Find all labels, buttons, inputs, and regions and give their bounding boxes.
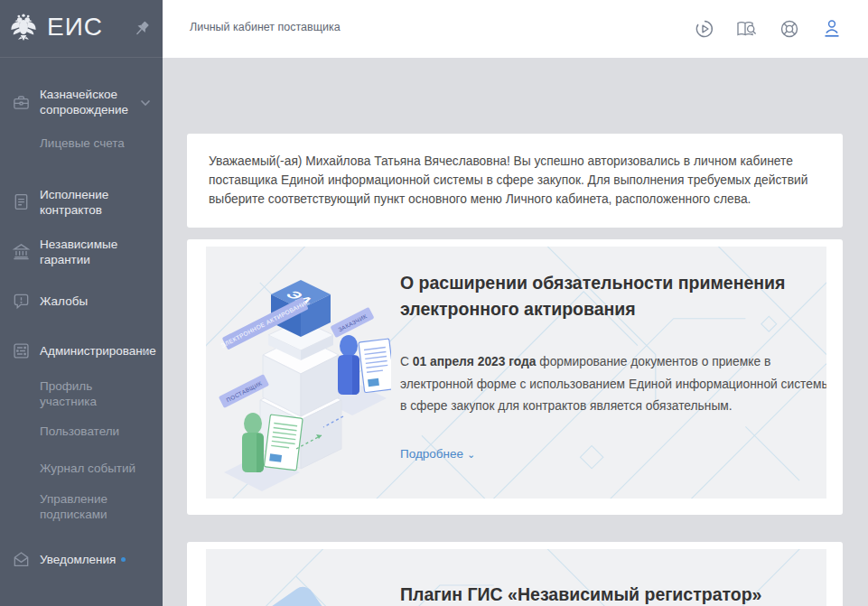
sidebar-item-label: Администрирование [40, 343, 141, 359]
chevron-down-icon[interactable] [140, 94, 151, 110]
topbar-icons [693, 16, 843, 42]
main-content: Уважаемый(-ая) Михайлова Татьяна Вячесла… [163, 58, 868, 606]
sidebar-item-subscription-management[interactable]: Управление подписками [0, 499, 163, 514]
electronic-acceptance-illustration: ЭА ЭЛЕКТРОННОЕ АКТИРОВАНИЕ [206, 247, 391, 499]
sidebar-item-label: Пользователи [40, 424, 119, 439]
sidebar-item-label: Управление подписками [40, 491, 141, 522]
topbar: Личный кабинет поставщика [163, 0, 868, 58]
news-card-electronic-acceptance: ЭА ЭЛЕКТРОННОЕ АКТИРОВАНИЕ [187, 239, 843, 515]
sidebar: ЕИС Казна [0, 0, 163, 606]
envelope-icon [12, 550, 32, 569]
caret-down-icon: ⌄ [467, 449, 475, 460]
search-book-icon[interactable] [735, 16, 758, 42]
sidebar-item-label: Журнал событий [40, 461, 135, 476]
welcome-text: Уважаемый(-ая) Михайлова Татьяна Вячесла… [209, 154, 807, 206]
news-title: О расширении обязательности применения э… [400, 270, 826, 322]
complaint-bubble-icon [12, 292, 32, 311]
sidebar-item-participant-profile[interactable]: Профиль участника [0, 386, 163, 401]
sidebar-item-label: Лицевые счета [40, 135, 125, 151]
bank-building-icon [12, 242, 32, 261]
logo-row: ЕИС [0, 0, 163, 58]
sidebar-item-label: Казначейское сопровождение [40, 87, 141, 117]
brand-logo-text: ЕИС [47, 13, 103, 42]
news-card-panel: Плагин ГИС «Независимый регистратор» [206, 549, 826, 606]
user-account-icon[interactable] [820, 16, 843, 42]
news-body: С 01 апреля 2023 года формирование докум… [400, 351, 826, 418]
sidebar-item-label: Независимые гарантии [40, 237, 141, 267]
video-guide-icon[interactable] [693, 16, 715, 42]
customer-figure: ЗАКАЗЧИК [330, 307, 391, 395]
news-card-independent-registrator: Плагин ГИС «Независимый регистратор» [187, 542, 843, 606]
welcome-card: Уважаемый(-ая) Михайлова Татьяна Вячесла… [187, 134, 843, 228]
sidebar-item-label: Исполнение контрактов [40, 187, 141, 218]
sidebar-item-complaints[interactable]: Жалобы [0, 294, 163, 309]
sidebar-item-personal-accounts[interactable]: Лицевые счета [0, 135, 163, 151]
sidebar-item-event-log[interactable]: Журнал событий [0, 461, 163, 476]
coat-of-arms-eagle-icon [10, 13, 37, 47]
admin-list-icon [12, 341, 32, 360]
sidebar-item-notifications[interactable]: Уведомления [0, 552, 163, 567]
sidebar-item-label: Жалобы [40, 294, 88, 309]
chevron-down-icon[interactable] [140, 343, 151, 359]
sidebar-item-label: Профиль участника [40, 378, 141, 409]
sidebar-item-independent-guarantees[interactable]: Независимые гарантии [0, 244, 163, 259]
more-details-link[interactable]: Подробнее⌄ [400, 447, 475, 461]
supplier-cabinet-page: ЕИС Казна [0, 0, 868, 606]
pushpin-icon[interactable] [132, 18, 152, 43]
news-card-panel: ЭА ЭЛЕКТРОННОЕ АКТИРОВАНИЕ [206, 247, 826, 499]
notification-dot [121, 557, 126, 562]
sidebar-item-administration[interactable]: Администрирование [0, 343, 163, 359]
briefcase-icon [12, 93, 32, 112]
registrator-plugin-illustration [206, 549, 391, 606]
help-lifebuoy-icon[interactable] [778, 16, 800, 42]
sidebar-item-treasury-support[interactable]: Казначейское сопровождение [0, 87, 163, 117]
page-title: Личный кабинет поставщика [190, 21, 341, 33]
news-title: Плагин ГИС «Независимый регистратор» [400, 582, 826, 606]
sidebar-item-users[interactable]: Пользователи [0, 424, 163, 439]
contract-document-icon [12, 192, 32, 211]
sidebar-item-label: Уведомления [40, 552, 126, 567]
sidebar-item-contract-execution[interactable]: Исполнение контрактов [0, 194, 163, 210]
